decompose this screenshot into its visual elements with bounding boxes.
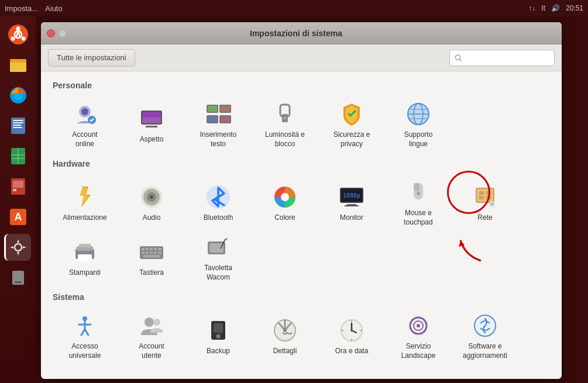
- aspetto-icon: [137, 105, 166, 133]
- app-icon-account-utente[interactable]: Accountutente: [119, 309, 184, 361]
- tavoletta-wacom-label: TavolettaWacom: [204, 264, 232, 282]
- top-bar-right: ↑↓ It 🔊 20:51: [528, 4, 583, 12]
- svg-rect-9: [10, 59, 17, 63]
- backup-icon: [204, 316, 232, 344]
- svg-text:1080p: 1080p: [343, 192, 360, 199]
- svg-rect-43: [208, 116, 217, 122]
- app-icon-aspetto[interactable]: Aspetto: [119, 97, 184, 150]
- account-utente-icon: [137, 312, 166, 340]
- app-icon-alimentazione[interactable]: Alimentazione: [53, 175, 117, 228]
- keyboard-layout: It: [541, 4, 545, 12]
- svg-point-104: [145, 318, 154, 327]
- sidebar-ubuntu-logo[interactable]: [5, 21, 32, 48]
- audio-label: Audio: [143, 213, 161, 223]
- app-icon-tastiera[interactable]: Tastiera: [119, 230, 184, 283]
- svg-rect-22: [13, 181, 23, 188]
- app-icon-colore[interactable]: Colore: [253, 175, 317, 228]
- sidebar-removable[interactable]: [5, 264, 32, 291]
- tastiera-icon: [137, 238, 166, 266]
- svg-rect-87: [150, 248, 153, 250]
- alimentazione-icon: [71, 183, 99, 211]
- aspetto-label: Aspetto: [140, 135, 164, 144]
- svg-point-3: [11, 37, 15, 41]
- app-icon-audio[interactable]: Audio: [119, 175, 184, 228]
- app-icon-backup[interactable]: Backup: [186, 309, 250, 361]
- app-icon-software-aggiornamenti[interactable]: Software eaggiornamenti: [453, 309, 517, 361]
- svg-point-32: [81, 108, 88, 115]
- app-icon-mouse-touchpad[interactable]: Mouse etouchpad: [386, 175, 451, 228]
- app-icon-ora-data[interactable]: Ora e data: [319, 309, 384, 361]
- app-icon-rete[interactable]: Rete: [453, 175, 517, 228]
- app-icon-tavoletta-wacom[interactable]: TavolettaWacom: [186, 230, 250, 283]
- svg-rect-97: [209, 243, 223, 253]
- sicurezza-privacy-icon: [338, 100, 366, 128]
- menu-imposta[interactable]: Imposta...: [5, 4, 38, 13]
- bluetooth-icon: [204, 183, 232, 211]
- svg-point-83: [90, 250, 92, 253]
- luminosita-blocco-icon: [271, 100, 299, 128]
- menu-aiuto[interactable]: Aiuto: [45, 4, 63, 13]
- svg-rect-28: [15, 281, 22, 283]
- sicurezza-privacy-label: Sicurezza eprivacy: [333, 130, 370, 149]
- monitor-icon: 1080p: [338, 183, 366, 211]
- search-box[interactable]: [449, 50, 555, 66]
- sidebar-libreoffice-writer[interactable]: [5, 112, 32, 139]
- colore-label: Colore: [274, 213, 295, 223]
- servizio-landscape-label: ServizioLandscape: [401, 342, 436, 360]
- svg-rect-74: [486, 191, 491, 195]
- app-icon-account-online[interactable]: Accountonline: [53, 97, 117, 150]
- app-icon-luminosita-blocco[interactable]: Luminosità eblocco: [253, 97, 317, 150]
- sidebar: A: [0, 16, 36, 383]
- supporto-lingue-label: Supportolingue: [404, 130, 433, 149]
- app-icon-inserimento-testo[interactable]: Inserimentotesto: [186, 97, 250, 150]
- colore-icon: [271, 183, 299, 211]
- bluetooth-label: Bluetooth: [204, 213, 233, 223]
- app-icon-sicurezza-privacy[interactable]: Sicurezza eprivacy: [319, 97, 384, 150]
- stampanti-icon: [71, 238, 99, 266]
- window-title: Impostazioni di sistema: [41, 29, 556, 38]
- sidebar-libreoffice-calc[interactable]: [5, 143, 32, 170]
- search-input[interactable]: [462, 53, 549, 62]
- volume-icon: 🔊: [551, 4, 560, 12]
- sidebar-libreoffice-impress[interactable]: [5, 173, 32, 200]
- top-menu-bar: Imposta... Aiuto ↑↓ It 🔊 20:51: [0, 0, 588, 16]
- app-icon-supporto-lingue[interactable]: Supportolingue: [386, 97, 451, 150]
- svg-rect-39: [208, 106, 217, 112]
- svg-rect-23: [13, 189, 16, 191]
- svg-rect-107: [214, 323, 223, 333]
- content-area: Personale Accountonline: [41, 71, 562, 379]
- annotation-arrow: [456, 231, 485, 263]
- app-icon-servizio-landscape[interactable]: ServizioLandscape: [386, 309, 451, 361]
- svg-point-1: [16, 27, 20, 31]
- back-button[interactable]: Tutte le impostazioni: [48, 49, 135, 67]
- app-icon-stampanti[interactable]: Stampanti: [53, 230, 117, 283]
- svg-point-29: [455, 54, 460, 59]
- sidebar-firefox[interactable]: [5, 82, 32, 109]
- software-aggiornamenti-icon: [471, 312, 499, 340]
- svg-line-30: [460, 59, 462, 61]
- app-icon-dettagli[interactable]: Dettagli: [253, 309, 317, 361]
- app-icon-bluetooth[interactable]: Bluetooth: [186, 175, 250, 228]
- sidebar-files[interactable]: [5, 51, 32, 78]
- svg-point-26: [15, 244, 22, 251]
- section-title-sistema: Sistema: [53, 292, 550, 302]
- svg-rect-85: [142, 248, 145, 250]
- app-icon-monitor[interactable]: 1080p Monitor: [319, 175, 384, 228]
- svg-rect-80: [78, 254, 92, 261]
- sidebar-settings[interactable]: [4, 234, 31, 261]
- svg-point-2: [22, 37, 26, 41]
- app-icon-accesso-universale[interactable]: Accessouniversale: [53, 309, 117, 361]
- clock: 20:51: [566, 4, 583, 12]
- svg-rect-15: [13, 125, 21, 126]
- svg-rect-82: [79, 244, 91, 247]
- svg-rect-36: [142, 112, 161, 118]
- svg-rect-13: [13, 120, 23, 121]
- sidebar-software-center[interactable]: A: [5, 203, 32, 230]
- svg-text:A: A: [15, 211, 22, 223]
- svg-point-109: [217, 335, 219, 337]
- personale-grid: Accountonline Aspetto: [53, 97, 550, 150]
- hardware-grid: Alimentazione Audio: [53, 175, 550, 283]
- svg-rect-41: [221, 106, 230, 112]
- svg-rect-14: [13, 122, 23, 123]
- svg-point-112: [283, 329, 287, 332]
